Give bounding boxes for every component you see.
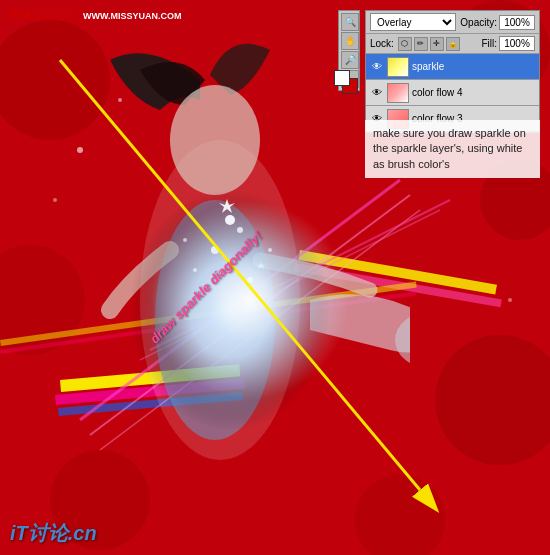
lock-transparent-icon[interactable]: ⬡ [398,37,412,51]
lock-all-icon[interactable]: 🔒 [446,37,460,51]
foreground-swatch[interactable] [334,70,350,86]
layer-row-sparkle[interactable]: 👁 sparkle [366,54,539,80]
opacity-value: 100% [499,15,535,30]
layer-thumb-color4 [387,83,409,103]
instruction-box: make sure you draw sparkle on the sparkl… [365,120,540,178]
fill-section: Fill: 100% [481,36,535,51]
lock-icons: ⬡ ✏ ✛ 🔒 [398,37,460,51]
fill-value: 100% [499,36,535,51]
zoom-out-tool-btn[interactable]: 🔎 [341,51,359,69]
opacity-section: Opacity: 100% [460,15,535,30]
brand-name: 思绪设计论坛 [10,9,76,21]
magnify-tool-btn[interactable]: 🔍 [341,13,359,31]
svg-point-25 [170,85,260,195]
layers-panel: Overlay Normal Multiply Screen Opacity: … [365,10,540,133]
instruction-text: make sure you draw sparkle on the sparkl… [373,127,526,170]
lock-row: Lock: ⬡ ✏ ✛ 🔒 Fill: 100% [366,34,539,54]
opacity-label: Opacity: [460,17,497,28]
hand-tool-btn[interactable]: ✋ [341,32,359,50]
color-swatches [332,70,360,100]
lock-label: Lock: [370,38,394,49]
fill-label: Fill: [481,38,497,49]
eye-icon-sparkle[interactable]: 👁 [370,60,384,74]
layer-thumb-sparkle [387,57,409,77]
panel-header: Overlay Normal Multiply Screen Opacity: … [366,11,539,34]
watermark-bottom: iT讨论.cn [10,520,97,547]
layer-row-color4[interactable]: 👁 color flow 4 [366,80,539,106]
lock-move-icon[interactable]: ✛ [430,37,444,51]
brand-url: WWW.MISSYUAN.COM [83,11,182,21]
watermark-bottom-text: iT讨论.cn [10,522,97,544]
sparkle-glow [150,200,350,400]
lock-paint-icon[interactable]: ✏ [414,37,428,51]
layer-name-sparkle: sparkle [412,61,535,72]
watermark-top: 思绪设计论坛 WWW.MISSYUAN.COM [10,8,182,23]
eye-icon-color4[interactable]: 👁 [370,86,384,100]
layer-name-color4: color flow 4 [412,87,535,98]
blend-mode-select[interactable]: Overlay Normal Multiply Screen [370,13,456,31]
